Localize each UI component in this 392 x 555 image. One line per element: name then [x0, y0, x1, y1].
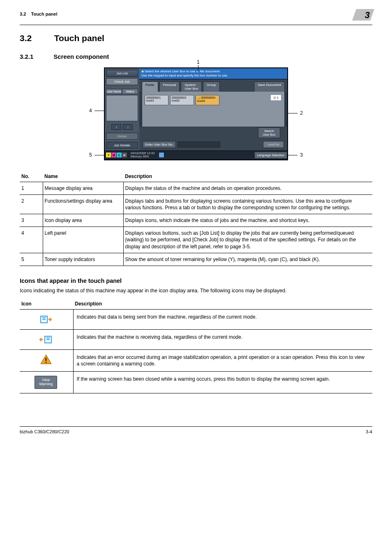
check-job-button[interactable]: Check Job	[106, 78, 138, 85]
th-name: Name	[43, 171, 123, 182]
chapter-number: 3	[365, 10, 370, 21]
job-table-body	[106, 95, 138, 121]
tab-public[interactable]: Public	[142, 81, 158, 92]
figure: 1 2 3 4 5 Job List Check Job User Name S…	[20, 67, 372, 160]
table-row: 3Icon display areaDisplays icons, which …	[20, 214, 372, 227]
th-desc2: Description	[73, 298, 372, 310]
arrow-down-button[interactable]: ↓	[123, 124, 133, 130]
arrow-up-button[interactable]: ↑	[111, 124, 121, 130]
user-box-2[interactable]: 000000003box02	[170, 95, 194, 105]
tab-personal[interactable]: Personal	[159, 81, 180, 92]
section-number: 3.2	[20, 33, 52, 43]
th-no: No.	[20, 171, 43, 182]
subsection-number: 3.2.1	[20, 53, 52, 60]
page-header: 3.2 Touch panel 3	[20, 12, 372, 25]
subsection-text: Screen component	[53, 53, 109, 60]
callout-5: 5	[89, 152, 104, 158]
table-row: Indicates that the machine is receiving …	[20, 329, 372, 349]
head-section-name: Touch panel	[31, 12, 58, 16]
running-head: 3.2 Touch panel	[20, 12, 58, 16]
callout-3: 3	[288, 152, 303, 158]
job-table-head: User Name Status	[106, 89, 138, 94]
status-bar: Y M C K 04/10/2009 12:42 Memory 99% Lang…	[105, 150, 287, 160]
table-row: View Warning If the warning screen has b…	[20, 372, 372, 393]
status-datetime: 04/10/2009 12:42 Memory 99%	[128, 151, 157, 160]
table-row: 5Toner supply indicatorsShow the amount …	[20, 253, 372, 266]
use-file-button[interactable]: Use/File	[263, 141, 284, 148]
page-indicator: 1/ 1	[271, 95, 281, 100]
lock-icon: 🔒	[197, 96, 201, 99]
error-warning-icon[interactable]	[20, 349, 73, 371]
msg-line-1: Select the desired User Box to use or fi…	[145, 69, 221, 73]
svg-rect-3	[45, 362, 46, 363]
toner-indicators: Y M C K	[105, 152, 128, 158]
category-tabs: Public Personal System User Box Group Sa…	[139, 79, 287, 92]
enter-box-label: Enter User Box No.	[143, 141, 176, 148]
user-box-3[interactable]: 🔒000000004box03	[196, 95, 219, 105]
footer-page: 3-4	[366, 429, 372, 434]
footer-model: bizhub C360/C280/C220	[20, 429, 69, 434]
job-list-button[interactable]: Job List	[106, 70, 138, 77]
icons-intro: Icons indicating the status of this mach…	[20, 287, 372, 294]
th-icon: Icon	[20, 298, 73, 310]
table-row: Indicates that data is being sent from t…	[20, 309, 372, 329]
touch-panel-screenshot: Job List Check Job User Name Status ↑ ↓ …	[104, 67, 288, 160]
callout-4: 4	[89, 108, 104, 113]
search-user-box-button[interactable]: Search User Box	[258, 127, 280, 138]
language-selection-button[interactable]: Language Selection	[254, 152, 287, 159]
toner-k: K	[122, 153, 127, 157]
box-area: 000000001box01 000000003box02 🔒000000004…	[142, 92, 285, 127]
box-number-input[interactable]	[178, 141, 220, 148]
status-icon[interactable]	[159, 152, 164, 158]
save-document-button[interactable]: Save Document	[254, 81, 285, 92]
delete-button[interactable]: Delete	[106, 133, 138, 140]
component-table: No. Name Description 1Message display ar…	[20, 171, 372, 266]
col-user: User Name	[106, 89, 122, 94]
main-panel: ◆Select the desired User Box to use or f…	[139, 68, 287, 150]
msg-line-2: Use the keypad to input and specify the …	[141, 74, 228, 77]
page-footer: bizhub C360/C280/C220 3-4	[20, 426, 372, 434]
th-desc: Description	[123, 171, 372, 182]
icons-heading: Icons that appear in the touch panel	[20, 278, 372, 284]
job-details-button[interactable]: Job Details	[106, 142, 138, 149]
toner-m: M	[111, 153, 116, 157]
bullet-icon: ◆	[141, 69, 144, 73]
table-row: Indicates that an error occurred during …	[20, 349, 372, 371]
view-warning-button[interactable]: View Warning	[20, 372, 73, 393]
data-send-icon	[20, 309, 73, 329]
user-box-1[interactable]: 000000001box01	[145, 95, 168, 105]
table-row: 1Message display areaDisplays the status…	[20, 182, 372, 194]
section-text: Touch panel	[54, 33, 104, 43]
toner-c: C	[117, 153, 122, 157]
table-row: 4Left panelDisplays various buttons, suc…	[20, 227, 372, 253]
subsection-title: 3.2.1 Screen component	[20, 53, 372, 60]
chapter-tab: 3	[354, 12, 372, 23]
callout-2: 2	[288, 110, 303, 116]
col-status: Status	[122, 89, 138, 94]
tab-group[interactable]: Group	[203, 81, 219, 92]
tab-system[interactable]: System User Box	[181, 81, 202, 92]
left-panel: Job List Check Job User Name Status ↑ ↓ …	[105, 68, 139, 150]
toner-y: Y	[106, 153, 111, 157]
message-bar: ◆Select the desired User Box to use or f…	[139, 68, 287, 79]
head-section-no: 3.2	[20, 12, 26, 16]
data-receive-icon	[20, 329, 73, 349]
table-row: 2Functions/settings display areaDisplays…	[20, 194, 372, 214]
icons-table: Icon Description Indicates that data is …	[20, 298, 372, 393]
svg-rect-2	[45, 358, 46, 361]
callout-1: 1	[197, 59, 200, 72]
section-title: 3.2 Touch panel	[20, 33, 372, 43]
